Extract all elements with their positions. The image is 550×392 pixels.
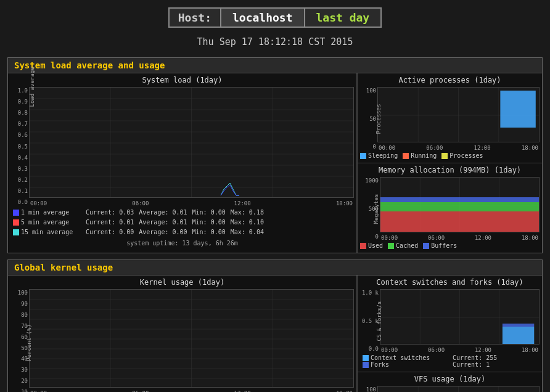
load-stats: 1 min average Current: 0.03 Average: 0.0… (10, 206, 354, 239)
load-chart-svg (29, 87, 354, 198)
section2-title: Global kernel usage (8, 260, 542, 276)
proc-legend: Sleeping Running Processes (360, 151, 540, 160)
15min-dot (13, 229, 19, 235)
header: Host: localhost last day (0, 0, 550, 31)
cached-legend-label: Cached (396, 242, 418, 249)
load-stat-row-5min: 5 min average Current: 0.01 Average: 0.0… (13, 218, 351, 227)
sleeping-legend-box (360, 153, 366, 159)
load-y-labels: 0.0 0.1 0.2 0.3 0.4 0.5 0.6 0.7 0.8 0.9 … (10, 87, 29, 206)
load-x-labels: 00:00 06:00 12:00 18:00 (29, 200, 354, 206)
mem-chart-svg (380, 177, 540, 232)
section-kernel: Global kernel usage Kernel usage (1day) … (7, 259, 543, 392)
sleeping-legend-label: Sleeping (368, 152, 398, 159)
ctx-switches-current: 255 (486, 354, 497, 361)
buffers-legend-box (423, 243, 429, 249)
ctx-switches-label: Context switches (371, 354, 430, 361)
kernel-chart-title: Kernel usage (1day) (10, 278, 354, 287)
kernel-x-labels: 00:00 06:00 12:00 18:00 (29, 390, 354, 392)
context-panel: Context switches and forks (1day) 0.0 0.… (358, 276, 542, 372)
load-chart-svg-wrap: Load average (29, 87, 354, 206)
right-panels: Active processes (1day) 0 50 100 Process… (357, 73, 542, 253)
load-chart-title: System load (1day) (10, 76, 354, 84)
memory-chart-title: Memory allocation (994MB) (1day) (360, 166, 540, 174)
1min-dot (13, 210, 19, 216)
proc-x-labels: 00:00 06:00 12:00 18:00 (377, 144, 540, 151)
host-name: localhost (221, 9, 305, 27)
kernel-chart-svg (29, 289, 354, 388)
section-system-load: System load average and usage System loa… (7, 57, 543, 253)
uptime-line: system uptime: 13 days, 6h 26m (10, 239, 354, 248)
svg-rect-20 (500, 91, 535, 128)
ctx-x-labels: 00:00 06:00 12:00 18:00 (380, 346, 540, 353)
ctx-stats: Context switches Current: 255 Forks Curr… (360, 353, 540, 369)
svg-rect-29 (380, 197, 539, 202)
right-panels-2: Context switches and forks (1day) 0.0 0.… (357, 276, 542, 392)
section2-body: Kernel usage (1day) 10 20 30 40 50 60 70… (8, 276, 542, 392)
processes-legend-box (441, 153, 448, 159)
used-legend-label: Used (368, 242, 383, 249)
vfs-chart-svg (377, 386, 540, 392)
proc-y-axis-label: Processes (376, 104, 382, 134)
forks-current: 1 (486, 361, 490, 368)
svg-rect-27 (380, 211, 539, 232)
timestamp: Thu Sep 17 18:12:18 CST 2015 (0, 31, 550, 54)
section1-body: System load (1day) 0.0 0.1 0.2 0.3 0.4 0… (8, 73, 542, 253)
vfs-panel: VFS usage (1day) 0 50 100 (358, 372, 542, 392)
context-chart-title: Context switches and forks (1day) (360, 278, 540, 287)
kernel-y-axis-label: Percent (%) (26, 324, 32, 361)
processes-legend-label: Processes (449, 152, 483, 159)
section1-title: System load average and usage (8, 58, 542, 73)
kernel-chart-panel: Kernel usage (1day) 10 20 30 40 50 60 70… (8, 276, 357, 392)
mem-legend: Used Cached Buffers (360, 241, 540, 250)
host-bar: Host: localhost last day (168, 7, 382, 28)
host-label: Host: (170, 9, 221, 27)
running-legend-label: Running (411, 152, 437, 159)
proc-y-labels: 0 50 100 (360, 87, 377, 151)
processes-chart-title: Active processes (1day) (360, 76, 540, 84)
mem-x-labels: 00:00 06:00 12:00 18:00 (380, 234, 540, 241)
5min-dot (13, 219, 19, 226)
svg-rect-50 (503, 324, 534, 327)
vfs-y-labels: 0 50 100 (360, 386, 377, 392)
proc-chart-svg (377, 87, 540, 142)
running-legend-box (403, 153, 409, 159)
svg-rect-28 (380, 202, 539, 211)
load-chart-panel: System load (1day) 0.0 0.1 0.2 0.3 0.4 0… (8, 73, 357, 253)
used-legend-box (360, 243, 366, 249)
buffers-legend-label: Buffers (431, 242, 457, 249)
svg-rect-49 (503, 327, 534, 344)
forks-label: Forks (371, 361, 389, 368)
mem-y-axis-label: Megabytes (373, 194, 379, 224)
host-period: last day (305, 9, 381, 27)
load-stat-row-1min: 1 min average Current: 0.03 Average: 0.0… (13, 208, 351, 218)
load-stat-row-15min: 15 min average Current: 0.00 Average: 0.… (13, 227, 351, 237)
memory-panel: Memory allocation (994MB) (1day) 0 500 1… (358, 163, 542, 253)
load-y-axis-label: Load average (29, 67, 35, 107)
ctx-y-axis-label: CS & forks/s (376, 301, 382, 341)
ctx-chart-svg (380, 289, 540, 345)
processes-panel: Active processes (1day) 0 50 100 Process… (358, 73, 542, 163)
load-chart-with-axis: 0.0 0.1 0.2 0.3 0.4 0.5 0.6 0.7 0.8 0.9 … (10, 87, 354, 206)
cached-legend-box (388, 243, 394, 249)
vfs-chart-title: VFS usage (1day) (360, 375, 540, 383)
